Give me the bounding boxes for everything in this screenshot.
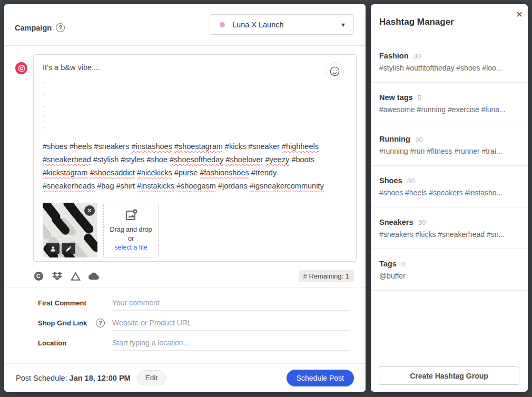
edit-image-icon[interactable] [62,243,75,254]
group-count: 30 [407,177,415,185]
group-preview: #shoes #heels #sneakers #instasho... [379,188,518,197]
dot-line: . [43,86,347,98]
first-comment-input[interactable] [112,295,350,311]
edit-schedule-button[interactable]: Edit [137,370,166,385]
post-schedule-text: Post Schedule: Jan 18, 12:00 PM [16,374,131,382]
composer-footer: Post Schedule: Jan 18, 12:00 PM Edit Sch… [4,363,366,392]
campaign-label: Campaign [15,24,52,32]
integrations-toolbar: C # Remaining: 1 [33,267,357,284]
hashtag-group-fashion[interactable]: Fashion 30 #stylish #outfitoftheday #sho… [371,41,528,83]
post-text-editor[interactable]: It's a b&w vibe.... . . . . . . . #shoes… [33,54,357,262]
hashtag-line: #sneakerhead #stylish #styles #shoe #sho… [43,153,347,166]
group-name: Tags [379,260,397,268]
hashtag-group-tags[interactable]: Tags 0 @buffer [371,249,528,291]
group-preview: #running #run #fitness #runner #trai... [379,147,518,155]
dot-line: . [43,98,347,111]
group-preview: #sneakers #kicks #sneakerhead #sn... [379,230,518,239]
dot-line: . [43,111,347,117]
schedule-post-button[interactable]: Schedule Post [287,370,354,386]
first-comment-row: First Comment [38,293,350,313]
group-preview: @buffer [379,272,518,280]
group-count: 30 [413,52,421,60]
group-count: 5 [418,94,422,102]
shop-grid-link-row: Shop Grid Link ? [38,313,350,333]
chevron-down-icon: ▼ [340,22,346,28]
hashtag-line: #kickstagram #shoesaddict #nicekicks #pu… [43,166,347,180]
post-schedule-value: Jan 18, 12:00 PM [70,374,131,382]
composer-header: Campaign ? Luna X Launch ▼ [4,4,366,46]
group-count: 30 [418,219,426,226]
campaign-color-dot [220,22,225,27]
group-preview: #stylish #outfitoftheday #shoes #loo... [379,64,518,72]
post-caption: It's a b&w vibe.... [43,62,347,73]
select-file-link[interactable]: select a file [114,243,147,252]
group-preview: #awesome #running #exercise #luna... [379,105,518,114]
shop-grid-help-icon[interactable]: ? [96,319,105,327]
shop-grid-link-input[interactable] [112,315,350,331]
hashtag-line: #shoes #heels #sneakers #instashoes #sho… [43,140,347,153]
caption-spacer-dots: . . . . . . . [43,74,347,135]
group-name: Sneakers [379,218,413,226]
campaign-selected-value: Luna X Launch [232,21,340,29]
instagram-icon [15,62,27,74]
first-comment-label: First Comment [38,299,95,307]
modal-backdrop: Campaign ? Luna X Launch ▼ [0,0,532,397]
group-name: Shoes [379,176,402,185]
location-row: Location [38,333,350,353]
hashtag-group-sneakers[interactable]: Sneakers 30 #sneakers #kicks #sneakerhea… [371,207,528,249]
group-count: 30 [415,135,423,143]
remove-image-icon[interactable]: ✕ [84,205,95,216]
post-hashtags: #shoes #heels #sneakers #instashoes #sho… [43,140,347,193]
extra-fields: First Comment Shop Grid Link ? Location [38,293,350,353]
campaign-field: Campaign ? [15,23,65,32]
location-input[interactable] [112,335,350,351]
group-count: 0 [401,260,406,268]
dropzone-text: Drag and drop or [107,225,155,243]
location-label: Location [38,339,95,347]
hashtag-group-new-tags[interactable]: New tags 5 #awesome #running #exercise #… [371,83,528,124]
post-schedule-label: Post Schedule: [16,374,67,382]
add-photo-icon [124,209,138,222]
dot-line: . [43,129,347,135]
media-attachments-row: ✕ [43,203,347,257]
thumbnail-tools [46,243,75,254]
campaign-dropdown[interactable]: Luna X Launch ▼ [210,14,354,35]
close-icon[interactable]: × [516,8,523,19]
canva-icon[interactable]: C [33,271,44,281]
group-name: Running [379,135,410,143]
hashtag-group-list: Fashion 30 #stylish #outfitoftheday #sho… [371,41,528,291]
shop-grid-link-label: Shop Grid Link [38,319,95,327]
google-drive-icon[interactable] [70,271,81,281]
campaign-help-icon[interactable]: ? [56,23,65,32]
group-name: New tags [379,93,413,102]
dropbox-icon[interactable] [52,271,62,281]
post-image-thumbnail[interactable]: ✕ [43,203,97,257]
hashtag-group-running[interactable]: Running 30 #running #run #fitness #runne… [371,124,528,166]
dot-line: . [43,123,347,129]
hashtag-group-shoes[interactable]: Shoes 30 #shoes #heels #sneakers #instas… [371,166,528,207]
tag-people-icon[interactable] [46,243,60,254]
hashtag-manager-title: Hashtag Manager [379,17,454,27]
group-name: Fashion [379,52,409,60]
onedrive-cloud-icon[interactable] [88,271,99,281]
emoji-picker-button[interactable] [326,62,343,80]
divider [4,287,366,287]
create-hashtag-group-button[interactable]: Create Hashtag Group [379,366,519,385]
dot-line: . [43,74,347,86]
hashtag-line: #sneakerheads #bag #shirt #instakicks #s… [43,180,347,193]
hashtag-remaining-badge: # Remaining: 1 [299,270,354,282]
dot-line: . [43,117,347,123]
file-dropzone[interactable]: Drag and drop or select a file [103,203,159,257]
hashtag-manager-panel: × Hashtag Manager Fashion 30 #stylish #o… [371,4,528,392]
post-composer-modal: Campaign ? Luna X Launch ▼ [4,4,366,392]
